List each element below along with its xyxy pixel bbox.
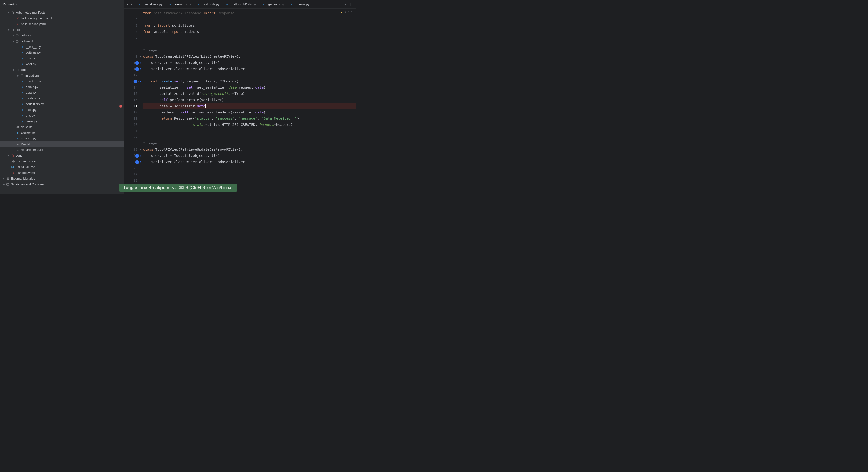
tooltip-action: Toggle Line Breakpoint [123, 185, 171, 190]
tree-folder-venv[interactable]: ▸▢venv [0, 153, 124, 158]
fold-icon[interactable]: ▾ [139, 146, 142, 153]
chevron-right-icon: ▸ [2, 177, 6, 180]
folder-icon: ▢ [10, 28, 14, 31]
tab-serializers[interactable]: ●serializers.py [135, 0, 165, 8]
chevron-down-icon [15, 3, 18, 5]
tree-file-hello-deployment[interactable]: Yhello.deployment.yaml [0, 15, 124, 21]
python-icon: ● [21, 91, 24, 94]
usages-hint[interactable]: 2 usages [143, 140, 356, 146]
python-icon: ● [21, 79, 24, 83]
tab-ls[interactable]: ls.py [125, 0, 135, 8]
close-icon[interactable]: × [189, 2, 191, 6]
project-sidebar: Project ▾▢kubernetes-manifests Yhello.de… [0, 0, 124, 194]
code-content[interactable]: from rest_framework.response import Resp… [141, 8, 356, 194]
chevron-down-icon[interactable]: ▾ [345, 2, 346, 6]
python-icon: ● [21, 56, 24, 60]
yaml-icon: Y [11, 171, 15, 175]
tree-file-dockerfile[interactable]: ◆Dockerfile [0, 130, 124, 135]
tree-folder-src[interactable]: ▾▢src [0, 27, 124, 32]
tree-folder-migrations[interactable]: ▸▢migrations [0, 72, 124, 78]
tab-views[interactable]: ●views.py× [165, 0, 194, 8]
tree-folder-todo[interactable]: ▾▢todo [0, 67, 124, 72]
python-icon: ● [225, 2, 229, 6]
tree-file-hello-service[interactable]: Yhello.service.yaml [0, 21, 124, 27]
tree-file-models[interactable]: ●models.py [0, 95, 124, 101]
tree-file-admin[interactable]: ●admin.py [0, 84, 124, 90]
tree-file-settings[interactable]: ●settings.py [0, 50, 124, 55]
tree-file-serializers[interactable]: ●serializers.py [0, 101, 124, 107]
override-icon[interactable]: ⬤↑ [135, 66, 142, 72]
chevron-down-icon: ▾ [7, 11, 10, 14]
breakpoint-icon[interactable] [120, 105, 122, 107]
tree-folder-helloapp[interactable]: ▸▢helloapp [0, 32, 124, 38]
python-icon: ● [21, 51, 24, 54]
override-icon[interactable]: ⬤↑ [135, 153, 142, 159]
tab-generics[interactable]: ●generics.py [259, 0, 287, 8]
tab-helloworld-urls[interactable]: ●helloworld/urls.py [222, 0, 258, 8]
tree-file-urls-todo[interactable]: ●urls.py [0, 113, 124, 118]
tree-file-init-todo[interactable]: ●__init__.py [0, 78, 124, 84]
tree-file-tests[interactable]: ●tests.py [0, 107, 124, 113]
python-icon: ● [21, 119, 24, 123]
yaml-icon: Y [16, 22, 20, 26]
yaml-icon: Y [16, 16, 20, 20]
override-icon[interactable]: ⬤↑ [135, 159, 142, 165]
tooltip-shortcut: via ⌘F8 (Ctrl+F8 for Win/Linux) [172, 185, 233, 190]
folder-icon: ▢ [15, 39, 19, 43]
file-icon: ≡ [16, 142, 20, 146]
fold-icon[interactable]: ▾ [139, 53, 142, 60]
tree-file-apps[interactable]: ●apps.py [0, 90, 124, 95]
usages-hint[interactable]: 2 usages [143, 47, 356, 53]
chevron-right-icon: ▸ [7, 154, 10, 157]
chevron-right-icon: ▸ [16, 74, 20, 77]
database-icon: ◍ [16, 125, 20, 129]
tab-mixins[interactable]: ●mixins.py [287, 0, 312, 8]
override-icon[interactable]: ⬤↑ [135, 60, 142, 66]
python-icon: ● [21, 85, 24, 89]
tree-file-views[interactable]: ●views.py [0, 118, 124, 124]
tree-scratches[interactable]: ▸▢Scratches and Consoles [0, 181, 124, 187]
tree-file-urls[interactable]: ●urls.py [0, 55, 124, 61]
tree-folder-helloworld[interactable]: ▾▢helloworld [0, 38, 124, 44]
tree-file-init[interactable]: ●__init__.py [0, 44, 124, 50]
python-icon: ● [138, 2, 142, 6]
editor-tabs: ls.py ●serializers.py ●views.py× ●todo/u… [124, 0, 356, 8]
python-icon: ● [21, 108, 24, 112]
folder-icon: ▢ [20, 73, 24, 77]
tree-file-dockerignore[interactable]: ⊘.dockerignore [0, 158, 124, 164]
shortcut-tooltip: Toggle Line Breakpoint via ⌘F8 (Ctrl+F8 … [119, 184, 237, 192]
tree-file-skaffold[interactable]: Yskaffold.yaml [0, 170, 124, 176]
override-fold-icon[interactable]: ⬤↑▾ [133, 78, 142, 84]
python-icon: ● [168, 2, 172, 6]
python-icon: ● [21, 62, 24, 66]
tree-file-requirements[interactable]: ≡requirements.txt [0, 147, 124, 153]
python-icon: ● [290, 2, 293, 6]
scratch-icon: ▢ [6, 182, 9, 186]
chevron-down-icon: ▾ [11, 68, 15, 71]
project-tree: ▾▢kubernetes-manifests Yhello.deployment… [0, 8, 124, 194]
tree-file-db[interactable]: ◍db.sqlite3 [0, 124, 124, 130]
tree-file-procfile[interactable]: ≡Procfile [0, 141, 124, 147]
file-icon: ≡ [16, 148, 20, 152]
ignore-icon: ⊘ [11, 159, 15, 163]
more-icon[interactable]: ⋮ [349, 2, 352, 6]
tree-file-wsgi[interactable]: ●wsgi.py [0, 61, 124, 67]
python-icon: ● [16, 136, 20, 140]
tab-todo-urls[interactable]: ●todo/urls.py [194, 0, 222, 8]
tree-folder-kubernetes-manifests[interactable]: ▾▢kubernetes-manifests [0, 9, 124, 15]
project-header[interactable]: Project [0, 0, 124, 8]
code-editor[interactable]: 3 4 5 6 7 8 9▾ 10⬤↑ 11⬤↑ 12 13⬤↑▾ 14 15 … [124, 8, 356, 194]
tree-external-libraries[interactable]: ▸⊞External Libraries [0, 176, 124, 181]
chevron-right-icon: ▸ [2, 182, 6, 186]
folder-icon: ▢ [10, 154, 14, 157]
python-icon: ● [197, 2, 200, 6]
docker-icon: ◆ [16, 131, 20, 134]
chevron-down-icon: ▾ [11, 39, 15, 43]
line-number-gutter[interactable]: 3 4 5 6 7 8 9▾ 10⬤↑ 11⬤↑ 12 13⬤↑▾ 14 15 … [124, 8, 141, 194]
python-icon: ● [21, 45, 24, 49]
python-icon: ● [21, 114, 24, 117]
chevron-down-icon: ▾ [7, 28, 10, 31]
tree-file-readme[interactable]: M↓README.md [0, 164, 124, 170]
python-icon: ● [21, 102, 24, 106]
tree-file-manage[interactable]: ●manage.py [0, 135, 124, 141]
